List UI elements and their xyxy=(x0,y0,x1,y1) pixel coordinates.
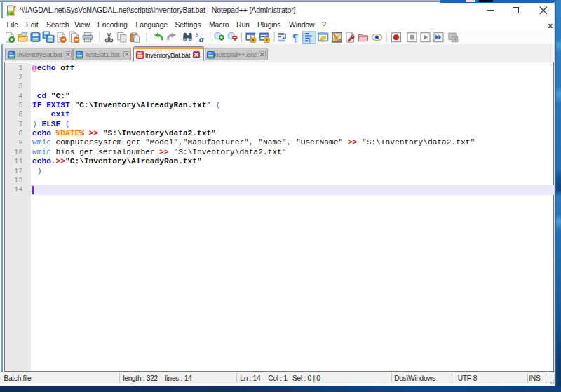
svg-text:b: b xyxy=(196,31,199,38)
svg-text:¶: ¶ xyxy=(292,32,298,43)
svg-text:a: a xyxy=(199,33,204,43)
